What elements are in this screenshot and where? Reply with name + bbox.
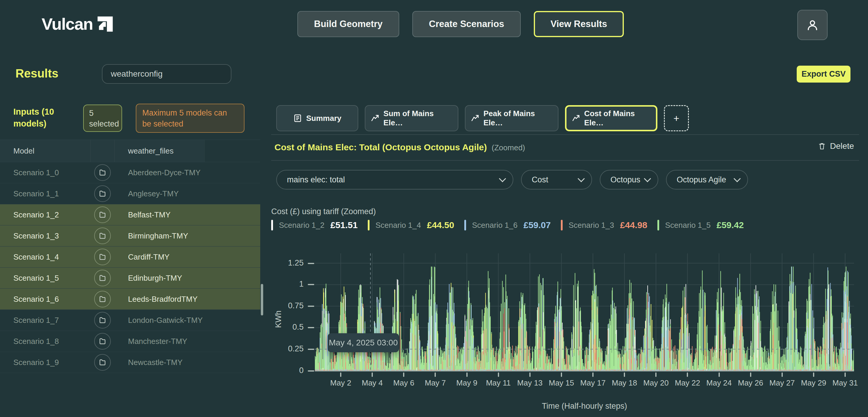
x-tick-mark [750, 373, 751, 377]
folder-cell [90, 270, 115, 286]
legend-series-total: £59.42 [716, 220, 744, 230]
tab-summary[interactable]: Summary [276, 105, 358, 131]
y-tick-label: 1 [268, 280, 304, 289]
legend-swatch [464, 220, 466, 230]
x-tick-mark [781, 373, 783, 377]
tab-label: Summary [306, 114, 342, 123]
brand-mark-icon [97, 15, 114, 33]
x-tick-mark [592, 373, 593, 377]
x-tick-mark [529, 373, 531, 377]
legend-series-total: £51.51 [330, 220, 358, 230]
weather-file-cell: Edinburgh-TMY [115, 274, 260, 283]
tariff-dropdown[interactable]: Octopus Agile [666, 170, 748, 190]
build-geometry-button[interactable]: Build Geometry [297, 11, 399, 37]
weather-file-cell: Birmingham-TMY [115, 231, 260, 240]
cost-dropdown[interactable]: Cost [521, 170, 592, 190]
folder-button[interactable] [94, 333, 111, 350]
model-cell: Scenario 1_1 [0, 189, 90, 198]
folder-icon [99, 169, 106, 177]
folder-button[interactable] [94, 185, 111, 202]
create-scenarios-button[interactable]: Create Scenarios [412, 11, 521, 37]
weather-file-cell: Cardiff-TMY [115, 253, 260, 262]
x-tick-mark [435, 373, 436, 377]
trend-icon [572, 114, 580, 123]
y-tick-label: 0.25 [268, 344, 304, 353]
legend-series-total: £44.98 [620, 220, 647, 230]
trend-icon [371, 114, 379, 123]
export-csv-button[interactable]: Export CSV [797, 66, 850, 83]
table-row[interactable]: Scenario 1_8Manchester-TMY [0, 331, 260, 352]
table-row[interactable]: Scenario 1_5Edinburgh-TMY [0, 267, 260, 289]
legend-item: Scenario 1_5£59.42 [657, 220, 744, 230]
folder-button[interactable] [94, 312, 111, 328]
models-table-header: Model weather_files [0, 139, 260, 162]
add-chart-tab-button[interactable]: + [664, 105, 689, 131]
y-tick-mark [308, 263, 314, 264]
folder-icon [99, 232, 106, 240]
view-results-button[interactable]: View Results [534, 11, 624, 37]
folder-button[interactable] [94, 354, 111, 371]
folder-button[interactable] [94, 164, 111, 181]
model-cell: Scenario 1_6 [0, 295, 90, 304]
x-tick-label: May 31 [824, 378, 866, 388]
folder-icon [99, 295, 106, 303]
legend-swatch [657, 220, 659, 230]
selected-count-badge: 5 selected [83, 104, 122, 132]
provider-dropdown[interactable]: Octopus [600, 170, 658, 190]
legend-item: Scenario 1_2£51.51 [271, 220, 358, 230]
folder-icon [99, 253, 106, 261]
delete-chart-button[interactable]: Delete [816, 141, 856, 151]
x-tick-mark [561, 373, 562, 377]
table-row[interactable]: Scenario 1_1Anglesey-TMY [0, 183, 260, 204]
folder-cell [90, 227, 115, 244]
folder-cell [90, 164, 115, 181]
tab-peak-of-mains-ele-[interactable]: Peak of Mains Ele… [465, 105, 558, 131]
legend-series-name: Scenario 1_5 [665, 221, 711, 230]
folder-button[interactable] [94, 291, 111, 308]
folder-cell [90, 312, 115, 328]
table-row[interactable]: Scenario 1_6Leeds-BradfordTMY [0, 289, 260, 310]
cost-chart-canvas[interactable] [315, 253, 854, 372]
table-row[interactable]: Scenario 1_2Belfast-TMY [0, 204, 260, 225]
weather-file-cell: Belfast-TMY [115, 210, 260, 220]
folder-button[interactable] [94, 227, 111, 244]
table-row[interactable]: Scenario 1_0Aberdeen-Dyce-TMY [0, 162, 260, 183]
folder-cell [90, 333, 115, 350]
table-row[interactable]: Scenario 1_4Cardiff-TMY [0, 247, 260, 267]
folder-icon [99, 190, 106, 197]
x-tick-mark [372, 373, 373, 377]
weather-file-cell: Leeds-BradfordTMY [115, 295, 260, 304]
chevron-down-icon [499, 175, 506, 182]
chevron-down-icon [644, 175, 651, 182]
main-nav: Build Geometry Create Scenarios View Res… [297, 11, 624, 37]
y-tick-mark [308, 349, 314, 350]
table-row[interactable]: Scenario 1_9Newcastle-TMY [0, 352, 260, 373]
chevron-down-icon [734, 175, 741, 182]
user-account-button[interactable] [797, 10, 828, 40]
x-tick-mark [340, 373, 341, 377]
folder-button[interactable] [94, 270, 111, 286]
divider [271, 134, 859, 135]
folder-button[interactable] [94, 206, 111, 223]
x-tick-mark [655, 373, 656, 377]
person-icon [805, 18, 819, 32]
trend-icon [471, 114, 479, 123]
y-tick-mark [308, 371, 314, 372]
legend-item: Scenario 1_3£44.98 [561, 220, 647, 230]
y-tick-label: 0 [268, 366, 304, 375]
weather-file-cell: Aberdeen-Dyce-TMY [115, 168, 260, 177]
model-cell: Scenario 1_9 [0, 358, 90, 367]
folder-icon [99, 338, 106, 345]
table-row[interactable]: Scenario 1_3Birmingham-TMY [0, 225, 260, 247]
model-cell: Scenario 1_8 [0, 337, 90, 346]
chevron-down-icon [578, 175, 585, 182]
tab-sum-of-mains-ele-[interactable]: Sum of Mains Ele… [365, 105, 458, 131]
table-row[interactable]: Scenario 1_7London-Gatwick-TMY [0, 310, 260, 331]
metric-dropdown[interactable]: mains elec: total [276, 170, 513, 190]
folder-icon [99, 274, 106, 282]
search-input[interactable] [102, 64, 231, 84]
tab-cost-of-mains-ele-[interactable]: Cost of Mains Ele… [565, 105, 657, 131]
x-tick-mark [813, 373, 814, 377]
table-scrollbar-thumb[interactable] [261, 284, 263, 315]
folder-button[interactable] [94, 249, 111, 265]
